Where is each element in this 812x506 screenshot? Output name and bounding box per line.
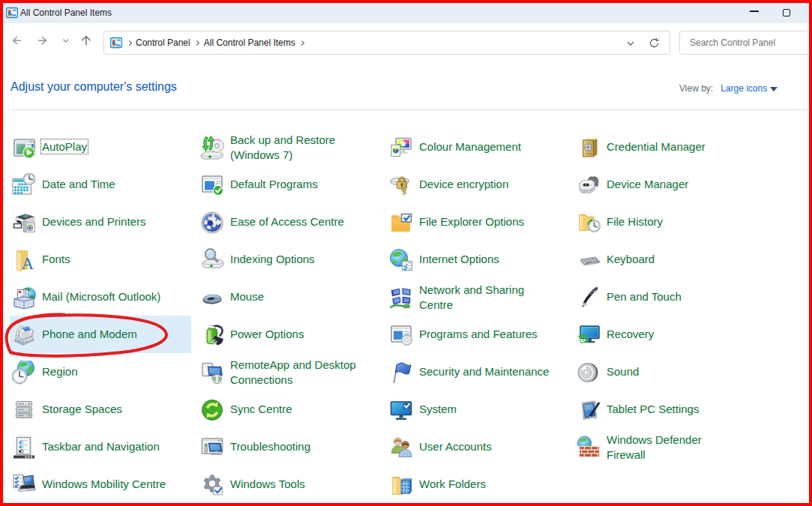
- svg-text:A: A: [22, 254, 34, 272]
